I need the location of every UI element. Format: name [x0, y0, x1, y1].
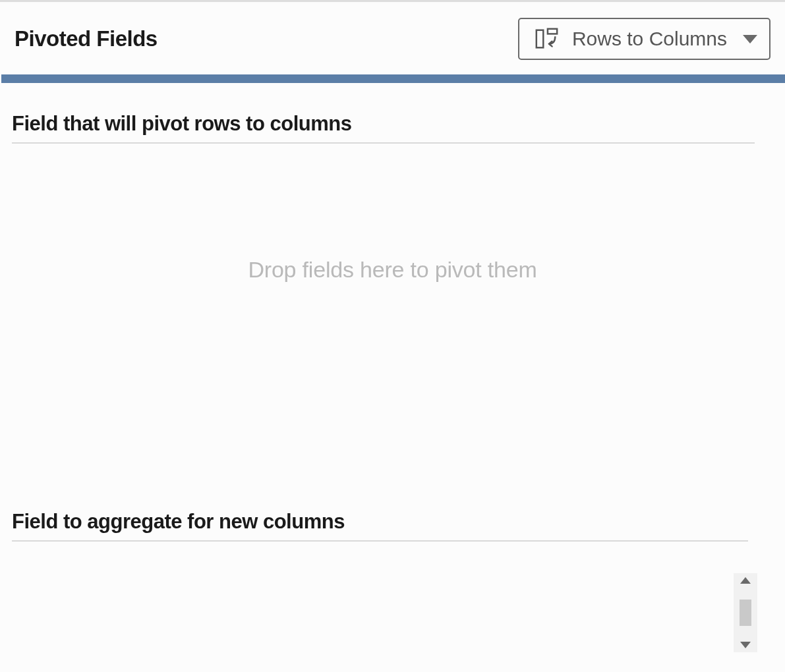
scrollbar-thumb[interactable] — [740, 600, 751, 626]
scroll-down-icon[interactable] — [740, 642, 751, 648]
vertical-scrollbar[interactable] — [734, 573, 757, 652]
svg-rect-0 — [537, 30, 543, 48]
rows-to-columns-icon — [534, 26, 559, 51]
panel-title: Pivoted Fields — [15, 26, 158, 51]
svg-rect-1 — [548, 29, 557, 34]
accent-bar — [1, 74, 785, 83]
scroll-up-icon[interactable] — [740, 577, 751, 584]
pivot-field-heading: Field that will pivot rows to columns — [12, 112, 755, 144]
pivoted-fields-panel: Pivoted Fields Rows to Columns Field tha… — [0, 0, 785, 672]
chevron-down-icon — [743, 35, 757, 43]
drop-zone-placeholder: Drop fields here to pivot them — [248, 257, 537, 283]
aggregate-field-heading: Field to aggregate for new columns — [12, 510, 748, 542]
panel-header: Pivoted Fields Rows to Columns — [0, 2, 785, 74]
pivot-field-section: Field that will pivot rows to columns Dr… — [0, 83, 785, 510]
aggregate-field-section: Field to aggregate for new columns — [0, 510, 785, 542]
pivot-mode-dropdown[interactable]: Rows to Columns — [518, 18, 770, 60]
pivot-mode-label: Rows to Columns — [568, 28, 731, 50]
pivot-field-drop-zone[interactable]: Drop fields here to pivot them — [12, 144, 773, 510]
